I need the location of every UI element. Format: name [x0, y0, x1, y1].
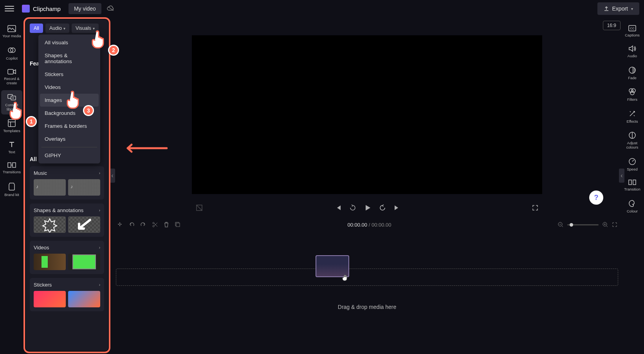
annotation-badge: 3 — [83, 105, 94, 116]
nav-label: Text — [8, 150, 15, 154]
burst-shape-icon — [40, 217, 60, 232]
prop-label: Transition — [624, 187, 640, 191]
app-logo[interactable]: Clipchamp — [22, 5, 61, 13]
sparkle-icon[interactable] — [117, 221, 123, 228]
nav-copilot[interactable]: Copilot — [1, 43, 22, 64]
timecode-display: 00:00.00 / 00:00.00 — [347, 222, 391, 228]
music-thumb[interactable] — [34, 179, 66, 196]
dropdown-item-giphy[interactable]: GIPHY — [38, 149, 100, 162]
nav-brand-kit[interactable]: Brand kit — [1, 179, 22, 200]
category-stickers[interactable]: Stickers › — [30, 278, 104, 311]
prop-captions[interactable]: CC Captions — [622, 22, 643, 40]
nav-label: Copilot — [6, 56, 18, 60]
prop-audio[interactable]: Audio — [622, 42, 643, 61]
category-videos[interactable]: Videos › — [30, 241, 104, 274]
cloud-sync-icon[interactable] — [107, 5, 115, 12]
prop-speed[interactable]: Speed — [622, 154, 643, 174]
category-title: Shapes & annotations — [34, 207, 83, 213]
dropdown-item-overlays[interactable]: Overlays — [38, 133, 100, 145]
menu-button[interactable] — [5, 4, 14, 13]
app-name: Clipchamp — [33, 5, 61, 12]
category-title: Videos — [34, 245, 49, 251]
zoom-fit-icon[interactable] — [612, 222, 617, 227]
zoom-slider[interactable] — [567, 224, 599, 225]
help-button[interactable]: ? — [589, 191, 603, 205]
app-header: Clipchamp My video Export ▾ — [0, 0, 644, 17]
redo-icon[interactable] — [140, 221, 146, 228]
grab-cursor-icon — [341, 273, 350, 282]
timeline-drop-zone[interactable] — [116, 269, 618, 286]
zoom-in-icon[interactable] — [603, 222, 608, 227]
timeline[interactable]: Drag & drop media here — [114, 233, 621, 354]
video-title-chip[interactable]: My video — [69, 3, 101, 14]
nav-your-media[interactable]: Your media — [1, 22, 22, 41]
prop-effects[interactable]: Effects — [622, 107, 643, 127]
chevron-down-icon: ▾ — [631, 7, 633, 11]
sticker-thumb[interactable] — [34, 291, 66, 307]
category-title: Music — [34, 170, 47, 176]
dropdown-item-frames[interactable]: Frames & borders — [38, 120, 100, 133]
play-icon[interactable] — [364, 204, 371, 211]
undo-icon[interactable] — [128, 221, 135, 228]
main-editor-area: 16:9 ‹ ‹ 00:00.00 / 00:00.00 — [114, 20, 621, 354]
nav-text[interactable]: Text — [1, 138, 22, 157]
filter-tab-all[interactable]: All — [30, 24, 43, 33]
prop-label: Adjust colours — [622, 141, 642, 150]
crop-icon[interactable] — [196, 204, 203, 211]
zoom-controls — [558, 222, 617, 227]
video-thumb[interactable] — [68, 254, 100, 270]
chevron-right-icon: › — [99, 283, 100, 287]
sticker-thumb[interactable] — [68, 291, 100, 307]
category-shapes[interactable]: Shapes & annotations › — [30, 203, 104, 237]
nav-record-create[interactable]: Record & create — [1, 65, 22, 89]
library-icon — [7, 93, 16, 101]
prop-fade[interactable]: Fade — [622, 63, 643, 83]
prop-transition[interactable]: Transition — [622, 176, 643, 194]
copy-icon[interactable] — [175, 221, 181, 228]
timecode-total: 00:00.00 — [372, 222, 391, 228]
prop-label: Effects — [627, 119, 638, 123]
filter-tab-audio[interactable]: Audio ▾ — [45, 24, 69, 33]
hand-pointer-icon — [63, 89, 85, 111]
annotation-pointer-3: 3 — [63, 89, 85, 111]
video-preview[interactable] — [192, 35, 542, 194]
skip-forward-icon[interactable] — [394, 205, 400, 211]
annotation-pointer-2: 2 — [88, 29, 110, 51]
prop-adjust-colours[interactable]: Adjust colours — [622, 128, 643, 153]
svg-point-14 — [630, 91, 634, 95]
video-thumb[interactable] — [34, 254, 66, 270]
music-thumb[interactable] — [68, 179, 100, 196]
annotation-badge: 2 — [108, 45, 119, 56]
zoom-out-icon[interactable] — [558, 222, 563, 227]
audio-icon — [628, 45, 636, 52]
hand-pointer-icon — [5, 100, 27, 122]
prop-colour[interactable]: Colour — [622, 196, 643, 216]
effects-icon — [628, 110, 636, 118]
skip-back-icon[interactable] — [335, 205, 341, 211]
svg-point-20 — [153, 222, 154, 224]
svg-point-13 — [631, 89, 635, 93]
svg-rect-22 — [176, 223, 180, 227]
collapse-left-button[interactable]: ‹ — [110, 169, 115, 183]
transitions-icon — [7, 162, 16, 168]
forward-icon[interactable] — [379, 204, 386, 211]
category-music[interactable]: Music › — [30, 166, 104, 200]
prop-filters[interactable]: Filters — [622, 85, 643, 105]
nav-transitions[interactable]: Transitions — [1, 159, 22, 177]
colour-icon — [628, 200, 636, 207]
shape-thumb[interactable] — [34, 216, 66, 233]
dropdown-item-stickers[interactable]: Stickers — [38, 68, 100, 81]
fade-icon — [628, 66, 636, 74]
collapse-right-button[interactable]: ‹ — [619, 169, 624, 183]
shape-thumb[interactable] — [68, 216, 100, 233]
scissors-icon[interactable] — [152, 221, 158, 228]
rewind-icon[interactable] — [349, 204, 356, 211]
svg-text:CC: CC — [630, 27, 635, 30]
fullscreen-icon[interactable] — [532, 205, 538, 211]
trash-icon[interactable] — [164, 221, 169, 228]
aspect-ratio-badge[interactable]: 16:9 — [603, 21, 621, 30]
dropdown-item-shapes[interactable]: Shapes & annotations — [38, 49, 100, 68]
export-button[interactable]: Export ▾ — [597, 2, 639, 15]
clipchamp-logo-icon — [22, 5, 30, 13]
nav-label: Record & create — [2, 76, 22, 85]
